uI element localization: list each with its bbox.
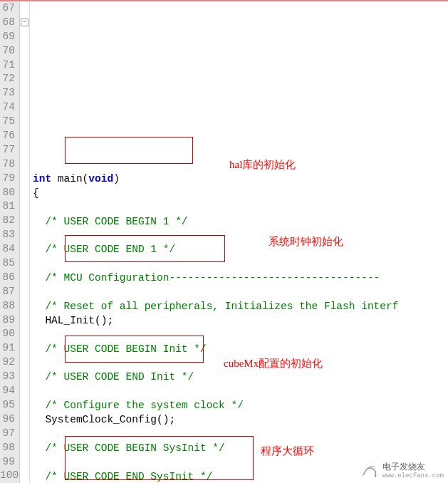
code-line[interactable] (33, 427, 448, 442)
line-number: 73 (0, 86, 15, 100)
line-number: 85 (0, 256, 15, 271)
line-number: 69 (0, 30, 15, 44)
code-line[interactable] (33, 201, 448, 215)
line-number: 87 (0, 285, 15, 299)
code-line[interactable]: SystemClock_Config(); (33, 413, 448, 427)
code-line[interactable] (33, 328, 448, 343)
code-editor[interactable]: 6768697071727374757677787980818283848586… (0, 1, 448, 483)
code-line[interactable]: /* USER CODE END Init */ (33, 370, 448, 385)
line-number: 93 (0, 370, 15, 384)
code-line[interactable] (33, 357, 448, 371)
watermark-title: 电子发烧友 (382, 462, 444, 472)
fold-margin[interactable]: − (20, 1, 30, 483)
line-number: 84 (0, 242, 15, 256)
line-number: 89 (0, 313, 15, 328)
line-number: 70 (0, 44, 15, 58)
code-line[interactable]: /* MCU Configuration--------------------… (33, 271, 448, 286)
line-number: 98 (0, 441, 15, 455)
watermark-url: www.elecfans.com (382, 472, 444, 479)
line-number: 80 (0, 186, 15, 200)
watermark-logo-icon (361, 462, 380, 480)
line-number: 83 (0, 228, 15, 242)
line-number: 67 (0, 1, 15, 16)
line-number: 90 (0, 327, 15, 341)
line-number: 86 (0, 271, 15, 285)
fold-toggle-icon[interactable]: − (21, 19, 28, 26)
code-line[interactable] (33, 229, 448, 244)
line-number: 81 (0, 199, 15, 214)
line-number: 96 (0, 412, 15, 427)
line-number: 94 (0, 384, 15, 398)
annotation-box-hal-init (65, 137, 193, 164)
code-line[interactable]: /* USER CODE BEGIN 1 */ (33, 215, 448, 229)
line-number: 72 (0, 72, 15, 86)
code-line[interactable]: HAL_Init(); (33, 314, 448, 328)
line-number: 76 (0, 129, 15, 143)
svg-point-0 (374, 475, 376, 477)
line-number: 82 (0, 214, 15, 228)
code-line[interactable]: /* USER CODE BEGIN Init */ (33, 343, 448, 357)
line-number: 92 (0, 355, 15, 370)
line-number: 100 (0, 469, 15, 483)
line-number: 99 (0, 455, 15, 469)
code-line[interactable] (33, 257, 448, 271)
code-line[interactable]: /* Reset of all peripherals, Initializes… (33, 300, 448, 314)
code-line[interactable]: { (33, 187, 448, 201)
line-number: 71 (0, 58, 15, 73)
code-line[interactable] (33, 286, 448, 300)
code-line[interactable]: /* USER CODE BEGIN SysInit */ (33, 442, 448, 456)
line-number-gutter: 6768697071727374757677787980818283848586… (0, 1, 20, 483)
line-number: 77 (0, 143, 15, 157)
code-line[interactable]: /* USER CODE END 1 */ (33, 243, 448, 257)
line-number: 91 (0, 341, 15, 355)
code-line[interactable]: int main(void) (33, 172, 448, 187)
line-number: 95 (0, 398, 15, 412)
line-number: 78 (0, 157, 15, 172)
code-line[interactable]: /* Configure the system clock */ (33, 399, 448, 413)
line-number: 97 (0, 427, 15, 441)
code-area[interactable]: hal库的初始化 系统时钟初始化 cubeMx配置的初始化 程序大循环 int … (30, 1, 448, 483)
line-number: 68 (0, 16, 15, 30)
code-line[interactable] (33, 385, 448, 399)
annotation-label-hal-init: hal库的初始化 (229, 158, 296, 172)
line-number: 88 (0, 299, 15, 313)
line-number: 74 (0, 100, 15, 115)
watermark: 电子发烧友 www.elecfans.com (361, 462, 444, 480)
line-number: 75 (0, 115, 15, 129)
line-number: 79 (0, 172, 15, 186)
